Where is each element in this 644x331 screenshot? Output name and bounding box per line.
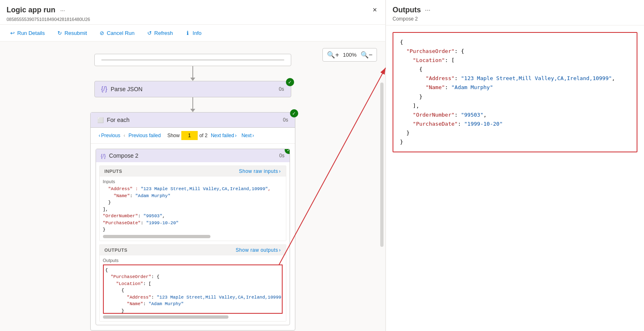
run-details-icon: ↩ xyxy=(9,30,16,36)
inputs-body: Inputs "Address" : "123 Maple Street,Mil… xyxy=(100,177,286,241)
zoom-out-button[interactable]: 🔍− xyxy=(360,50,373,60)
arrow-1 xyxy=(190,78,195,81)
zoom-controls: 🔍+ 100% 🔍− xyxy=(322,48,377,62)
json-line6: "Name": "Adam Murphy" xyxy=(400,83,630,92)
json-line5: "Address": "123 Maple Street,Mill Valley… xyxy=(400,74,630,83)
arrow-2 xyxy=(190,109,195,112)
right-subtitle: Compose 2 xyxy=(393,16,637,22)
connector-2 xyxy=(192,97,193,109)
resubmit-button[interactable]: ↻ Resubmit xyxy=(54,28,89,38)
info-icon: ℹ xyxy=(185,30,191,36)
app-header: Logic app run ··· × 08585555390751018490… xyxy=(0,0,385,25)
flow-container: {/} Parse JSON 0s ✓ ⬜ For each 0s xyxy=(8,50,377,331)
compose-time: 0s xyxy=(279,153,285,159)
zoom-level: 100% xyxy=(342,52,358,58)
inputs-header: INPUTS Show raw inputs › xyxy=(100,166,286,177)
right-title: Outputs xyxy=(393,6,421,14)
parse-json-node[interactable]: {/} Parse JSON 0s ✓ xyxy=(94,81,291,97)
header-dots[interactable]: ··· xyxy=(60,7,65,14)
trigger-node[interactable] xyxy=(94,54,291,66)
zoom-in-button[interactable]: 🔍+ xyxy=(326,50,340,60)
foreach-label: For each xyxy=(107,117,130,123)
foreach-success-badge: ✓ xyxy=(290,109,298,117)
json-line3: "Location": [ xyxy=(400,56,630,65)
foreach-header[interactable]: ⬜ For each 0s ✓ xyxy=(91,113,295,128)
right-header: Outputs ··· Compose 2 xyxy=(386,0,644,25)
foreach-container: ⬜ For each 0s ✓ ‹ Previous ‹ xyxy=(90,112,295,331)
json-line4: { xyxy=(400,65,630,74)
canvas-scrollbar-v[interactable] xyxy=(380,83,384,247)
left-panel: Logic app run ··· × 08585555390751018490… xyxy=(0,0,386,331)
inputs-sublabel: Inputs xyxy=(103,179,283,184)
foreach-time: 0s xyxy=(283,117,288,123)
parse-json-icon: {/} xyxy=(101,85,107,93)
outputs-scrollbar-h[interactable] xyxy=(103,315,229,319)
compose-success-badge: ✓ xyxy=(285,149,290,154)
show-label: Show xyxy=(167,133,180,138)
cancel-run-button[interactable]: ⊘ Cancel Run xyxy=(96,28,137,38)
compose-header: {/} Compose 2 0s ✓ xyxy=(96,149,290,162)
outputs-header: OUTPUTS Show raw outputs › xyxy=(100,245,286,255)
json-line11: } xyxy=(400,129,630,138)
close-button[interactable]: × xyxy=(371,4,379,16)
next-failed-button[interactable]: Next failed › xyxy=(209,132,238,139)
parse-json-label: Parse JSON xyxy=(111,86,279,92)
outputs-json-panel: { "PurchaseOrder": { "Location": [ { "Ad… xyxy=(393,32,637,152)
json-line12: } xyxy=(400,138,630,147)
parse-json-time: 0s xyxy=(279,86,284,92)
json-line9: "OrderNumber": "99503", xyxy=(400,110,630,120)
previous-button[interactable]: ‹ Previous xyxy=(97,132,122,139)
info-button[interactable]: ℹ Info xyxy=(182,28,204,38)
right-panel: Outputs ··· Compose 2 { "PurchaseOrder":… xyxy=(386,0,644,331)
toolbar: ↩ Run Details ↻ Resubmit ⊘ Cancel Run ↺ … xyxy=(0,25,385,41)
refresh-icon: ↺ xyxy=(146,30,153,36)
run-id: 085855553907510184904281816480U26 xyxy=(7,17,379,22)
right-body: { "PurchaseOrder": { "Location": [ { "Ad… xyxy=(386,25,644,331)
json-line2: "PurchaseOrder": { xyxy=(400,47,630,56)
next-button[interactable]: Next › xyxy=(240,132,256,139)
foreach-icon: ⬜ xyxy=(97,117,104,123)
previous-failed-button[interactable]: Previous failed xyxy=(127,132,162,139)
connector-1 xyxy=(192,66,193,78)
foreach-body: {/} Compose 2 0s ✓ INPUTS xyxy=(91,144,295,330)
pagination-bar: ‹ Previous ‹ Previous failed Show 1 of 2… xyxy=(91,128,295,144)
json-line1: { xyxy=(400,38,630,47)
run-details-button[interactable]: ↩ Run Details xyxy=(7,28,47,38)
outputs-code: { "PurchaseOrder": { "Location": [ { "Ad… xyxy=(103,264,283,314)
compose-label: Compose 2 xyxy=(109,152,139,159)
flow-canvas: 🔍+ 100% 🔍− {/} Parse JSON 0s ✓ xyxy=(0,41,385,331)
inputs-code: "Address" : "123 Maple Street,Mill Valle… xyxy=(103,186,283,233)
outputs-more-button[interactable]: ··· xyxy=(423,7,432,14)
total-pages: of 2 xyxy=(199,133,208,138)
json-line7: } xyxy=(400,92,630,101)
compose-node[interactable]: {/} Compose 2 0s ✓ INPUTS xyxy=(96,149,290,325)
page-input[interactable]: 1 xyxy=(181,131,198,140)
outputs-sublabel: Outputs xyxy=(103,258,283,263)
show-raw-inputs-link[interactable]: Show raw inputs › xyxy=(239,168,281,174)
compose-icon: {/} xyxy=(101,153,106,159)
refresh-button[interactable]: ↺ Refresh xyxy=(144,28,176,38)
cancel-icon: ⊘ xyxy=(98,30,105,36)
show-raw-outputs-link[interactable]: Show raw outputs › xyxy=(236,247,281,253)
outputs-section: OUTPUTS Show raw outputs › Outputs { xyxy=(99,244,286,322)
outputs-body: Outputs { "PurchaseOrder": { "Location":… xyxy=(100,255,286,321)
inputs-section: INPUTS Show raw inputs › Inputs "Address… xyxy=(99,166,286,241)
app-title: Logic app run xyxy=(7,6,55,14)
parse-json-success-badge: ✓ xyxy=(286,78,294,86)
json-line8: ], xyxy=(400,101,630,110)
resubmit-icon: ↻ xyxy=(56,30,63,36)
inputs-scrollbar-h[interactable] xyxy=(103,235,211,238)
json-line10: "PurchaseDate": "1999-10-20" xyxy=(400,120,630,129)
